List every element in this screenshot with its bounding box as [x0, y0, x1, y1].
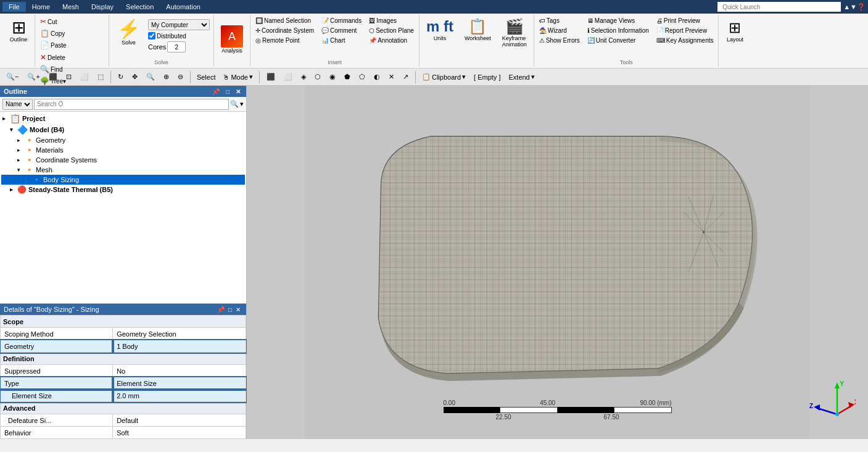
tool9[interactable]: ✕: [385, 71, 398, 83]
comment-button[interactable]: 💬 Comment: [319, 26, 364, 35]
search-dropdown[interactable]: ▾: [240, 100, 244, 108]
tree-model[interactable]: ▾ 🔷 Model (B4): [1, 124, 245, 135]
key-assignments-button[interactable]: ⌨ Key Assignments: [654, 36, 716, 45]
model-icon: 🔷: [17, 125, 28, 135]
tool5[interactable]: ◉: [326, 71, 339, 83]
unit-converter-button[interactable]: 🔄 Unit Converter: [585, 36, 651, 45]
coordinate-systems-expand-icon[interactable]: ▸: [17, 157, 25, 163]
tree-steady-state[interactable]: ▸ 🔴 Steady-State Thermal (B5): [1, 185, 245, 195]
paste-button[interactable]: 📄 Paste: [38, 40, 106, 51]
close-icon[interactable]: ✕: [234, 88, 242, 95]
geometry-row[interactable]: Geometry 1 Body: [1, 340, 246, 353]
zoom-scroll-button[interactable]: 🔍: [143, 71, 159, 83]
viewport[interactable]: 0.00 45.00 90.00 (mm) 22.50 67.50 Y: [247, 86, 868, 439]
pan-button[interactable]: ✥: [128, 71, 141, 83]
tool4[interactable]: ⬡: [311, 71, 324, 83]
commands-button[interactable]: 📝 Commands: [319, 16, 364, 25]
tree-coordinate-systems[interactable]: ▸ 🔸 Coordinate Systems: [1, 155, 245, 165]
zoom-fit-button[interactable]: ⊡: [62, 71, 75, 83]
report-preview-label: Report Preview: [665, 27, 707, 34]
mode-dropdown[interactable]: 🖱 Mode ▾: [220, 71, 256, 83]
menu-home[interactable]: Home: [26, 2, 56, 12]
clipboard-dropdown[interactable]: 📋 Clipboard ▾: [419, 71, 469, 83]
tool8[interactable]: ◐: [370, 71, 384, 83]
report-preview-button[interactable]: 📄 Report Preview: [654, 26, 716, 35]
menu-display[interactable]: Display: [85, 2, 120, 12]
tools-group-label: Tools: [537, 58, 716, 65]
tool10[interactable]: ↗: [399, 71, 412, 83]
menu-file[interactable]: File: [2, 2, 26, 12]
layout-button[interactable]: ⊞ Layout: [721, 17, 748, 44]
units-button[interactable]: m ft Units: [422, 16, 458, 43]
svg-point-23: [835, 412, 839, 416]
named-selection-button[interactable]: 🔲 Named Selection: [253, 16, 316, 25]
tool7[interactable]: ⬠: [355, 71, 369, 83]
duplicate-button[interactable]: ⊞ Outline: [5, 17, 32, 44]
annotation-button[interactable]: 📌 Annotation: [366, 36, 416, 45]
worksheet-button[interactable]: 📋 Worksheet: [460, 16, 495, 43]
extend-dropdown[interactable]: Extend ▾: [505, 71, 537, 83]
element-size-row[interactable]: Element Size 2.0 mm: [1, 390, 246, 402]
analysis-button[interactable]: A Analysis: [217, 17, 247, 62]
distributed-checkbox[interactable]: [148, 32, 155, 40]
tool1[interactable]: ⬛: [263, 71, 279, 83]
zoom-in-button[interactable]: 🔍+: [23, 71, 43, 83]
details-pin-icon[interactable]: 📌: [215, 306, 226, 313]
tree-geometry[interactable]: ▸ 🔸 Geometry: [1, 135, 245, 145]
cut-button[interactable]: ✂ Cut: [38, 16, 106, 27]
details-close-icon[interactable]: ✕: [234, 306, 242, 313]
steady-state-expand-icon[interactable]: ▸: [10, 186, 17, 193]
zoom-ctrl-button[interactable]: ⊕: [160, 71, 173, 83]
tags-button[interactable]: 🏷 Tags: [537, 16, 582, 25]
tool2[interactable]: ⬜: [280, 71, 296, 83]
tool6[interactable]: ⬟: [341, 71, 354, 83]
zoom-alt-button[interactable]: ⊖: [174, 71, 187, 83]
tool3[interactable]: ◈: [297, 71, 310, 83]
zoom-extra-button[interactable]: ⬚: [94, 71, 107, 83]
selection-information-button[interactable]: ℹ Selection Information: [585, 26, 651, 35]
pin-icon[interactable]: 📌: [210, 88, 221, 95]
images-button[interactable]: 🖼 Images: [366, 16, 416, 25]
search-input[interactable]: [34, 99, 229, 110]
solve-button[interactable]: ⚡ Solve: [113, 16, 144, 48]
model-expand-icon[interactable]: ▾: [10, 127, 17, 133]
print-preview-button[interactable]: 🖨 Print Preview: [654, 16, 716, 25]
cores-input[interactable]: [167, 41, 186, 52]
menu-selection[interactable]: Selection: [120, 2, 160, 12]
tree-project[interactable]: ▸ 📋 Project: [1, 113, 245, 124]
tree-body-sizing[interactable]: 🔹 Body Sizing: [1, 175, 245, 185]
details-minimize-icon[interactable]: □: [226, 306, 234, 313]
box-zoom-button[interactable]: ⬛: [45, 71, 61, 83]
keyframe-icon: 🎬: [505, 18, 524, 35]
type-row[interactable]: Type Element Size: [1, 377, 246, 390]
menu-automation[interactable]: Automation: [160, 2, 207, 12]
select-dropdown[interactable]: Select: [194, 72, 219, 83]
empty-button[interactable]: [ Empty ]: [470, 72, 504, 83]
tree-mesh[interactable]: ▾ 🔸 Mesh: [1, 165, 245, 175]
delete-button[interactable]: ✕ Delete: [38, 52, 106, 63]
coordinate-system-button[interactable]: ✛ Coordinate System: [253, 26, 316, 35]
project-expand-icon[interactable]: ▸: [2, 115, 10, 122]
comment-icon: 💬: [321, 27, 329, 34]
tree-materials[interactable]: ▸ 🔸 Materials: [1, 145, 245, 155]
zoom-section-button[interactable]: ⬜: [76, 71, 93, 83]
quick-launch-input[interactable]: [717, 2, 841, 12]
manage-views-button[interactable]: 🖥 Manage Views: [585, 16, 651, 25]
keyframe-button[interactable]: 🎬 KeyframeAnimation: [498, 16, 531, 49]
chart-button[interactable]: 📊 Chart: [319, 36, 364, 45]
rotate-button[interactable]: ↻: [114, 71, 127, 83]
wizard-button[interactable]: 🧙 Wizard: [537, 26, 582, 35]
section-plane-button[interactable]: ⬡ Section Plane: [366, 26, 416, 35]
geometry-expand-icon[interactable]: ▸: [17, 137, 25, 143]
show-errors-button[interactable]: ⚠ Show Errors: [537, 36, 582, 45]
materials-expand-icon[interactable]: ▸: [17, 147, 25, 153]
name-select[interactable]: Name: [2, 99, 33, 110]
mesh-expand-icon[interactable]: ▾: [17, 167, 25, 173]
computer-select[interactable]: My Computer: [148, 19, 210, 30]
copy-button[interactable]: 📋 Copy: [38, 28, 106, 39]
zoom-out-button[interactable]: 🔍−: [2, 71, 22, 83]
remote-point-button[interactable]: ◎ Remote Point: [253, 36, 316, 45]
minimize-icon[interactable]: □: [224, 88, 231, 95]
menu-mesh[interactable]: Mesh: [56, 2, 85, 12]
scoping-method-value: Geometry Selection: [113, 328, 246, 340]
